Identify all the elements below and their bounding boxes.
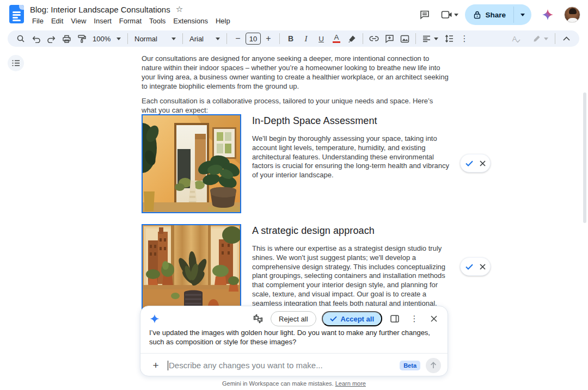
spelling-grammar-icon[interactable]: A: [508, 32, 521, 45]
section-design-approach: A strategic design approach This is wher…: [142, 224, 454, 318]
video-call-button[interactable]: [441, 10, 458, 20]
editing-mode-select[interactable]: [530, 32, 552, 45]
menu-view[interactable]: View: [67, 15, 90, 27]
gemini-input-row: + Beta: [140, 354, 448, 377]
learn-more-link[interactable]: Learn more: [335, 380, 366, 387]
decrease-font-size-button[interactable]: −: [231, 32, 244, 45]
section-space-assessment: In-Depth Space Assessment We'll begin by…: [142, 114, 454, 213]
share-dropdown-button[interactable]: [514, 4, 531, 25]
redo-icon[interactable]: [45, 32, 58, 45]
lock-icon: [474, 11, 481, 19]
underline-button[interactable]: U: [315, 32, 328, 45]
document-canvas[interactable]: Our consultations are designed for anyon…: [142, 54, 450, 120]
menu-bar: File Edit View Insert Format Tools Exten…: [28, 15, 234, 27]
italic-button[interactable]: I: [299, 32, 313, 45]
menu-extensions[interactable]: Extensions: [169, 15, 212, 27]
open-side-panel-icon[interactable]: [388, 312, 402, 326]
image-suggestion-controls: [460, 257, 491, 276]
close-panel-icon[interactable]: [427, 312, 441, 326]
text-cursor: [168, 361, 168, 370]
section-heading[interactable]: In-Depth Space Assessment: [252, 115, 454, 127]
undo-icon[interactable]: [29, 32, 42, 45]
text-color-button[interactable]: A: [330, 32, 343, 45]
comments-icon[interactable]: [415, 5, 434, 24]
toolbar-more-icon[interactable]: ⋮: [458, 32, 471, 45]
gemini-panel-sparkle-icon: [149, 313, 160, 324]
check-icon: [330, 316, 337, 321]
print-icon[interactable]: [60, 32, 73, 45]
accept-image-icon[interactable]: [465, 160, 473, 166]
paragraph-style-select[interactable]: Normal: [131, 32, 179, 45]
gemini-suggestion-panel: Reject all Accept all ⋮ I’ve updated the…: [140, 306, 448, 376]
accept-image-icon[interactable]: [465, 264, 473, 270]
video-call-dropdown-icon[interactable]: [454, 14, 458, 16]
reject-image-icon[interactable]: [480, 264, 486, 270]
pencil-icon: [533, 35, 541, 42]
panel-more-icon[interactable]: ⋮: [407, 312, 421, 326]
search-menus-icon[interactable]: [14, 32, 27, 45]
menu-tools[interactable]: Tools: [145, 15, 169, 27]
send-prompt-icon[interactable]: [426, 358, 441, 373]
increase-font-size-button[interactable]: +: [262, 32, 275, 45]
gemini-disclaimer: Gemini in Workspace can make mistakes. L…: [0, 380, 588, 387]
vertical-scrollbar[interactable]: [583, 92, 586, 223]
line-spacing-icon[interactable]: [443, 32, 456, 45]
section-heading[interactable]: A strategic design approach: [252, 225, 454, 237]
app-header: Blog: Interior Landscape Consultations ☆…: [0, 0, 588, 28]
add-comment-icon[interactable]: [383, 32, 396, 45]
align-select[interactable]: [419, 32, 442, 45]
accept-all-button[interactable]: Accept all: [322, 311, 382, 326]
gemini-sparkle-icon[interactable]: [538, 5, 558, 24]
insert-link-icon[interactable]: [367, 32, 381, 45]
paint-format-icon[interactable]: [75, 32, 88, 45]
share-label: Share: [485, 11, 506, 19]
menu-insert[interactable]: Insert: [90, 15, 115, 27]
feedback-thumbs-icon[interactable]: [251, 312, 265, 326]
document-outline-icon[interactable]: [8, 55, 24, 71]
bold-button[interactable]: B: [284, 32, 297, 45]
share-button[interactable]: Share: [465, 4, 531, 25]
font-size-input[interactable]: 10: [246, 33, 261, 45]
section-body[interactable]: This is where our expertise as a strateg…: [252, 244, 454, 308]
beta-badge: Beta: [400, 361, 420, 370]
menu-help[interactable]: Help: [212, 15, 234, 27]
menu-edit[interactable]: Edit: [47, 15, 67, 27]
star-icon[interactable]: ☆: [176, 4, 183, 14]
menu-file[interactable]: File: [28, 15, 47, 27]
google-docs-window: Blog: Interior Landscape Consultations ☆…: [0, 0, 588, 390]
reject-image-icon[interactable]: [480, 160, 486, 166]
image-suggestion-controls: [460, 154, 491, 172]
align-left-icon: [422, 35, 431, 42]
format-toolbar: 100% Normal Arial − 10 + B I U A: [8, 30, 579, 47]
insert-image-icon[interactable]: [398, 32, 411, 45]
add-attachment-icon[interactable]: +: [148, 358, 163, 373]
highlight-color-icon[interactable]: [345, 32, 358, 45]
gemini-message: I’ve updated the images with golden hour…: [149, 328, 438, 346]
section-body[interactable]: We'll begin by thoroughly assessing your…: [252, 134, 454, 180]
font-value: Arial: [189, 35, 212, 43]
style-value: Normal: [134, 35, 168, 43]
document-title[interactable]: Blog: Interior Landscape Consultations: [30, 5, 170, 14]
zoom-select[interactable]: 100%: [89, 32, 124, 45]
reject-all-button[interactable]: Reject all: [271, 311, 316, 326]
gemini-prompt-input[interactable]: [169, 361, 400, 370]
doorway-plant-image[interactable]: [142, 114, 241, 213]
font-select[interactable]: Arial: [186, 32, 223, 45]
docs-logo-icon[interactable]: [9, 5, 24, 23]
user-avatar[interactable]: [564, 7, 580, 23]
paragraph[interactable]: Our consultations are designed for anyon…: [142, 54, 450, 91]
hide-menus-icon[interactable]: [560, 32, 573, 45]
menu-format[interactable]: Format: [115, 15, 145, 27]
window-plants-image[interactable]: [142, 224, 241, 318]
paragraph[interactable]: Each consultation is a collaborative pro…: [142, 96, 450, 115]
zoom-value: 100%: [93, 35, 113, 43]
